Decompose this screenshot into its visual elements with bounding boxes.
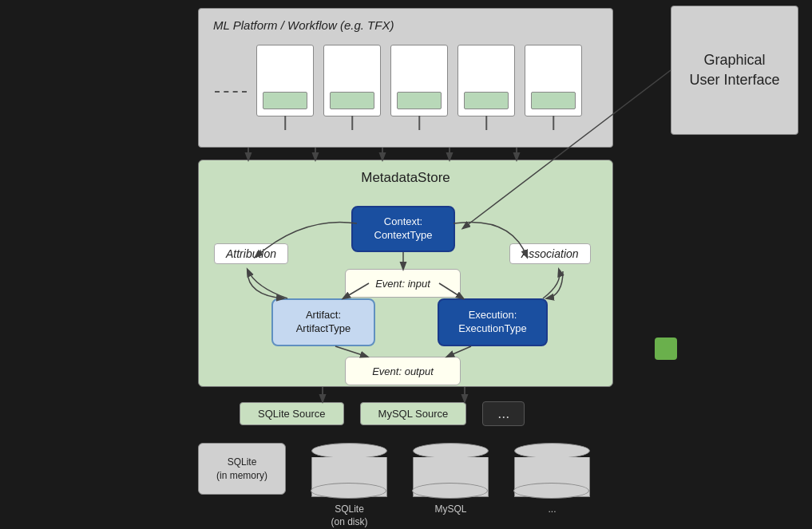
execution-box: Execution:ExecutionType bbox=[438, 298, 548, 346]
cylinder-bottom bbox=[311, 483, 386, 499]
cylinder-top bbox=[413, 443, 489, 459]
db-item-dots: ... bbox=[514, 443, 590, 516]
component-bar bbox=[397, 92, 442, 109]
db-label-mysql: MySQL bbox=[434, 503, 466, 516]
gui-box: Graphical User Interface bbox=[671, 6, 798, 135]
component-bar bbox=[330, 92, 374, 109]
db-cylinder-sqlite bbox=[311, 443, 387, 499]
pipeline-component bbox=[525, 45, 582, 116]
cylinder-bottom bbox=[513, 483, 589, 499]
gui-label: Graphical User Interface bbox=[689, 50, 779, 90]
pipeline-component bbox=[390, 45, 448, 116]
source-dots: ... bbox=[482, 401, 525, 426]
db-box-sqlite-memory: SQLite(in memory) bbox=[198, 443, 286, 495]
db-label-dots: ... bbox=[548, 503, 556, 516]
execution-label: Execution:ExecutionType bbox=[458, 309, 526, 336]
db-cylinder-mysql bbox=[413, 443, 489, 499]
ml-platform-label: ML Platform / Workflow (e.g. TFX) bbox=[213, 18, 394, 32]
mysql-source-btn: MySQL Source bbox=[360, 402, 467, 425]
context-label: Context:ContextType bbox=[374, 215, 433, 243]
artifact-box: Artifact:ArtifactType bbox=[271, 298, 375, 346]
pipeline-component bbox=[457, 45, 515, 116]
association-label: Association bbox=[509, 243, 591, 264]
connector-down bbox=[418, 116, 420, 130]
pipeline-components bbox=[215, 45, 582, 116]
component-bar bbox=[263, 92, 307, 109]
context-box: Context:ContextType bbox=[351, 206, 455, 252]
pipeline-component bbox=[256, 45, 314, 116]
cylinder-top bbox=[514, 443, 590, 459]
artifact-label: Artifact:ArtifactType bbox=[296, 309, 351, 336]
db-item-mysql: MySQL bbox=[413, 443, 489, 516]
pipeline-component bbox=[323, 45, 381, 116]
database-row: SQLite(in memory) SQLite(on disk) MySQL bbox=[198, 443, 590, 528]
component-bar bbox=[464, 92, 509, 109]
event-input-box: Event: input bbox=[345, 269, 461, 298]
source-buttons: SQLite Source MySQL Source ... bbox=[240, 401, 525, 426]
db-item-sqlite-memory: SQLite(in memory) bbox=[198, 443, 286, 495]
diagram-container: ML Platform / Workflow (e.g. TFX) bbox=[0, 0, 812, 529]
sqlite-source-btn: SQLite Source bbox=[240, 402, 344, 425]
cylinder-top bbox=[311, 443, 387, 459]
attribution-label: Attribution bbox=[214, 243, 288, 264]
db-item-sqlite-disk: SQLite(on disk) bbox=[311, 443, 387, 528]
connector-down bbox=[284, 116, 286, 130]
cylinder-bottom bbox=[412, 483, 488, 499]
ml-platform-box: ML Platform / Workflow (e.g. TFX) bbox=[198, 8, 613, 148]
metadata-store-label: MetadataStore bbox=[361, 170, 450, 186]
connector-down bbox=[485, 116, 487, 130]
db-cylinder-dots bbox=[514, 443, 590, 499]
event-output-box: Event: output bbox=[345, 357, 461, 385]
green-square-legend bbox=[655, 338, 677, 360]
dashed-arrow bbox=[215, 91, 247, 93]
db-label-sqlite-disk: SQLite(on disk) bbox=[331, 503, 367, 528]
connector-down bbox=[351, 116, 353, 130]
connector-down bbox=[553, 116, 554, 130]
component-bar bbox=[531, 92, 576, 109]
